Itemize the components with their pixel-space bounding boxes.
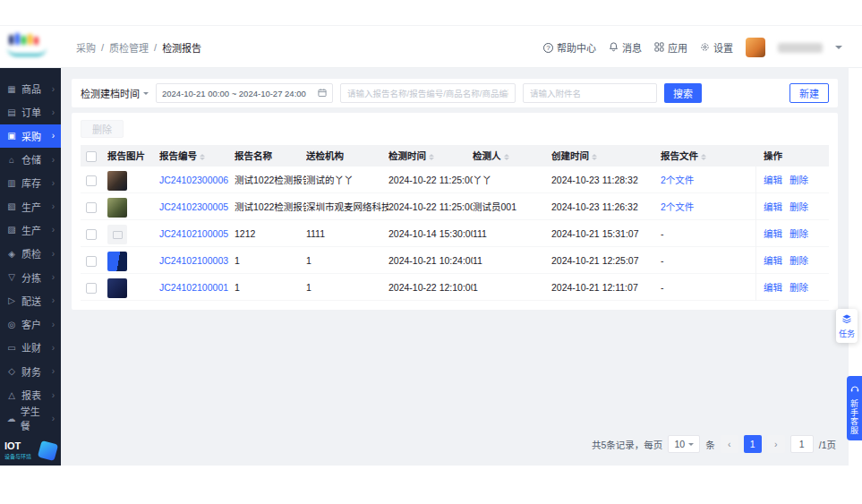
filter-panel: 检测建档时间 2024-10-21 00:00 ~ 2024-10-27 24:… (72, 79, 838, 107)
delete-link[interactable]: 删除 (789, 228, 808, 239)
sidebar-item-分拣[interactable]: ▽分拣› (0, 265, 61, 288)
files-link[interactable]: 2个文件 (661, 175, 694, 185)
messages-label: 消息 (622, 40, 642, 55)
sort-icon[interactable] (504, 154, 509, 160)
sidebar-item-学生餐[interactable]: ☁学生餐› (0, 406, 61, 430)
keyword-input[interactable] (340, 83, 516, 103)
column-header[interactable]: 报告文件 (661, 145, 755, 167)
sidebar-item-仓储[interactable]: ⌂仓储› (0, 148, 61, 171)
search-button[interactable]: 搜索 (664, 83, 702, 103)
org-cell: 1 (306, 274, 388, 301)
page-size-select[interactable]: 10 (668, 435, 700, 453)
delivery-icon: ▷ (6, 295, 17, 305)
report-no-link[interactable]: JC24102300006 (159, 175, 228, 185)
edit-link[interactable]: 编辑 (764, 175, 782, 185)
report-no-cell: JC24102100005 (159, 220, 235, 247)
row-checkbox[interactable] (86, 202, 97, 213)
report-no-link[interactable]: JC24102300005 (159, 201, 228, 212)
settings-link[interactable]: 设置 (700, 40, 733, 55)
report-no-link[interactable]: JC24102100005 (159, 228, 228, 239)
delete-link[interactable]: 删除 (789, 201, 808, 212)
breadcrumb-current: 检测报告 (162, 40, 201, 55)
sidebar-item-客户[interactable]: ◎客户› (0, 312, 61, 336)
help-center-link[interactable]: ? 帮助中心 (543, 40, 596, 55)
date-range-input[interactable]: 2024-10-21 00:00 ~ 2024-10-27 24:00 (156, 83, 333, 103)
user-name-blurred (778, 43, 823, 53)
sidebar-item-库存[interactable]: ▥库存› (0, 171, 61, 194)
tasks-float-button[interactable]: 任务 (836, 309, 858, 343)
next-page-button[interactable]: › (767, 435, 785, 453)
edit-link[interactable]: 编辑 (764, 255, 782, 266)
sidebar-item-生产[interactable]: ▨生产› (0, 218, 61, 242)
files-link[interactable]: 2个文件 (661, 201, 694, 212)
create-button[interactable]: 新建 (789, 83, 829, 103)
column-header: 报告图片 (107, 145, 159, 167)
delete-link[interactable]: 删除 (789, 175, 808, 185)
chevron-right-icon: › (52, 131, 55, 141)
sort-icon[interactable] (429, 154, 434, 160)
sort-icon[interactable] (701, 154, 706, 160)
org-cell: 1111 (306, 220, 388, 247)
sidebar-item-label: 报表 (21, 388, 41, 402)
report-icon: △ (6, 390, 17, 400)
sidebar-menu: ▦商品›▤订单›▣采购›⌂仓储›▥库存›▧生产›▨生产›◈质检›▽分拣›▷配送›… (0, 68, 61, 430)
customer-service-float-button[interactable]: 新手客服 (847, 376, 862, 440)
avatar[interactable] (746, 38, 765, 57)
breadcrumb-item[interactable]: 采购 (76, 40, 96, 55)
attachment-input[interactable] (523, 83, 657, 103)
select-all-checkbox[interactable] (86, 151, 97, 162)
row-checkbox[interactable] (86, 256, 97, 267)
column-header[interactable]: 报告编号 (159, 145, 235, 167)
delete-link[interactable]: 删除 (789, 282, 808, 293)
sidebar-item-商品[interactable]: ▦商品› (0, 77, 61, 100)
chevron-down-icon[interactable] (835, 46, 842, 53)
sidebar-item-生产[interactable]: ▧生产› (0, 194, 61, 218)
delete-button[interactable]: 删除 (81, 120, 124, 138)
sort-icon[interactable] (200, 154, 205, 160)
edit-link[interactable]: 编辑 (764, 201, 782, 212)
report-thumbnail[interactable] (107, 171, 127, 191)
sidebar-item-质检[interactable]: ◈质检› (0, 242, 61, 265)
calendar-icon (318, 88, 327, 99)
report-thumbnail[interactable] (107, 225, 127, 244)
report-table: 报告图片报告编号报告名称送检机构检测时间检测人创建时间报告文件操作 JC2410… (81, 145, 829, 301)
sort-icon[interactable] (592, 154, 597, 160)
select-all-cell (81, 145, 107, 167)
delete-link[interactable]: 删除 (789, 255, 808, 266)
edit-link[interactable]: 编辑 (764, 228, 782, 239)
time-field-select[interactable]: 检测建档时间 (81, 86, 149, 100)
row-checkbox-cell (81, 274, 107, 301)
files-cell: - (661, 220, 755, 247)
report-thumbnail[interactable] (107, 278, 127, 298)
apps-link[interactable]: 应用 (654, 40, 687, 55)
logo-bar (34, 37, 38, 45)
row-checkbox[interactable] (86, 283, 97, 294)
row-checkbox[interactable] (86, 229, 97, 240)
sidebar-item-财务[interactable]: ◇财务› (0, 360, 61, 383)
sidebar-item-订单[interactable]: ▤订单› (0, 100, 61, 124)
page-number-button[interactable]: 1 (744, 435, 762, 453)
customer-icon: ◎ (6, 320, 17, 329)
report-no-link[interactable]: JC24102100001 (159, 282, 228, 293)
messages-link[interactable]: 消息 (609, 40, 642, 55)
breadcrumb-item[interactable]: 质检管理 (109, 40, 149, 55)
page-jump-input[interactable]: 1 (790, 435, 814, 453)
column-header[interactable]: 检测人 (473, 145, 551, 167)
report-thumbnail[interactable] (107, 252, 127, 271)
report-no-link[interactable]: JC24102100003 (159, 255, 228, 266)
column-header[interactable]: 检测时间 (388, 145, 473, 167)
inventory-icon: ▥ (6, 178, 17, 188)
sidebar-item-业财[interactable]: ▭业财› (0, 336, 61, 359)
top-header: 采购 / 质检管理 / 检测报告 ? 帮助中心 消息 应用 设置 (0, 25, 862, 68)
tester-cell: 11 (473, 247, 551, 274)
row-checkbox[interactable] (86, 175, 97, 186)
sidebar-item-采购[interactable]: ▣采购› (0, 124, 61, 148)
edit-link[interactable]: 编辑 (764, 282, 782, 293)
tester-cell: 测试员001 (473, 193, 551, 220)
sidebar-item-label: 商品 (21, 81, 41, 96)
sidebar-item-报表[interactable]: △报表› (0, 383, 61, 406)
sidebar-item-配送[interactable]: ▷配送› (0, 289, 61, 312)
report-thumbnail[interactable] (107, 198, 127, 218)
prev-page-button[interactable]: ‹ (721, 435, 738, 453)
column-header[interactable]: 创建时间 (551, 145, 661, 167)
